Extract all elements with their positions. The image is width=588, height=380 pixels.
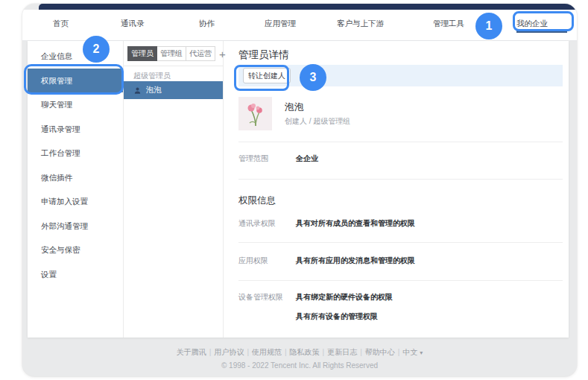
annotation-box-my-enterprise [513,11,574,31]
member-type-tabs: 管理员 管理组 代运营 + [128,46,226,61]
member-list-item-paopao[interactable]: 泡泡 [124,81,223,99]
sidebar-item-chat-mgmt[interactable]: 聊天管理 [28,92,123,117]
separator: | [209,348,212,356]
footer-link-about[interactable]: 关于腾讯 [177,348,206,356]
permissions-heading: 权限信息 [238,194,276,207]
sidebar-item-contacts-mgmt[interactable]: 通讯录管理 [28,117,123,142]
nav-item-apps[interactable]: 应用管理 [265,18,296,29]
separator: | [247,348,249,356]
footer: 关于腾讯|用户协议|使用规范|隐私政策|更新日志|帮助中心|中文 ▾ © 199… [22,338,577,370]
separator: | [285,348,287,356]
nav-item-contacts[interactable]: 通讯录 [121,18,145,29]
nav-item-collaboration[interactable]: 协作 [199,18,215,29]
tab-agent-ops[interactable]: 代运营 [186,46,215,61]
annotation-box-permission-mgmt [24,64,124,95]
screenshot-stage: 首页 通讯录 协作 应用管理 客户与上下游 管理工具 我的企业 企业信息 权限管… [0,0,588,380]
footer-link-usage-rules[interactable]: 使用规范 [252,348,282,356]
sidebar-item-external-comm[interactable]: 外部沟通管理 [28,214,123,238]
nav-item-home[interactable]: 首页 [53,18,69,29]
device-permission-label: 设备管理权限 [238,292,283,303]
language-selector[interactable]: 中文 ▾ [402,348,423,356]
footer-link-help-center[interactable]: 帮助中心 [365,348,395,356]
flower-image [246,101,265,127]
nav-item-admin-tools[interactable]: 管理工具 [433,18,464,29]
divider [238,179,563,180]
divider [238,142,563,142]
contacts-permission-label: 通讯录权限 [238,218,276,229]
sidebar-item-join-settings[interactable]: 申请加入设置 [28,189,123,214]
tab-admin-groups[interactable]: 管理组 [157,46,186,61]
scope-label: 管理范围 [238,153,268,164]
sidebar-item-settings[interactable]: 设置 [28,262,123,287]
avatar [238,97,272,130]
app-permission-label: 应用权限 [238,256,268,266]
footer-link-changelog[interactable]: 更新日志 [327,348,357,356]
tab-admins[interactable]: 管理员 [127,46,157,61]
separator: | [323,348,325,356]
super-admin-group-label: 超级管理员 [133,71,171,81]
annotation-box-transfer-button [234,65,289,91]
copyright-text: © 1998 - 2022 Tencent Inc. All Rights Re… [22,361,577,370]
profile-name: 泡泡 [285,101,304,114]
page-title: 管理员详情 [238,48,289,62]
app-permission-value: 具有所有应用的发消息和管理的权限 [296,256,415,266]
sidebar-item-workbench-mgmt[interactable]: 工作台管理 [28,141,123,165]
footer-link-user-agreement[interactable]: 用户协议 [214,348,244,356]
top-header-strip [39,4,577,10]
profile-role: 创建人 / 超级管理组 [285,116,350,127]
separator: | [360,348,362,356]
divider [238,242,563,243]
sidebar-item-wechat-plugin[interactable]: 微信插件 [28,165,123,190]
divider [238,280,563,281]
annotation-step-1: 1 [475,13,502,39]
tabs-divider [124,66,223,66]
member-name: 泡泡 [146,85,162,95]
admin-console-card: 首页 通讯录 协作 应用管理 客户与上下游 管理工具 我的企业 企业信息 权限管… [22,4,577,376]
caret-down-icon: ▾ [420,349,423,356]
annotation-step-2: 2 [83,36,110,63]
device-permission-value-2: 具有所有设备的管理权限 [296,311,378,322]
member-list-panel: 管理员 管理组 代运营 + 超级管理员 泡泡 [123,41,224,338]
footer-links: 关于腾讯|用户协议|使用规范|隐私政策|更新日志|帮助中心|中文 ▾ [22,347,577,358]
sidebar-item-security[interactable]: 安全与保密 [28,238,123,262]
person-icon [133,86,142,95]
contacts-permission-value: 具有对所有成员的查看和管理的权限 [296,218,415,229]
device-permission-value-1: 具有绑定新的硬件设备的权限 [296,292,393,303]
separator: | [398,348,400,356]
scope-value: 全企业 [296,153,318,164]
footer-link-privacy[interactable]: 隐私政策 [290,348,320,356]
annotation-step-3: 3 [300,64,326,91]
nav-item-customers[interactable]: 客户与上下游 [337,18,384,29]
